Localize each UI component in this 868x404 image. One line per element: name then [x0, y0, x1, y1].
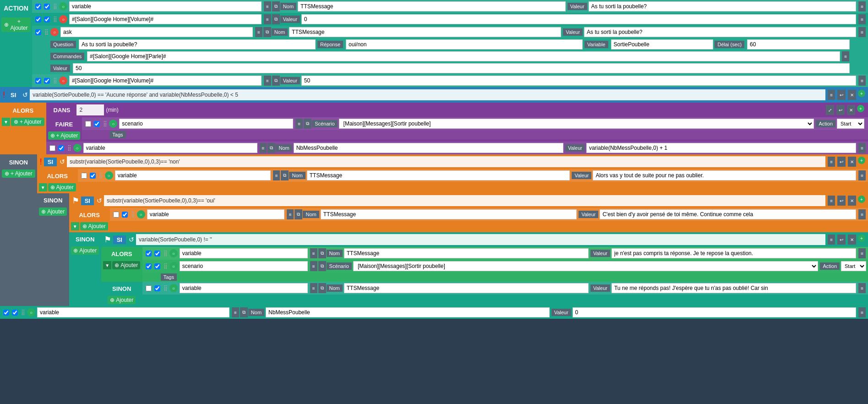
valeur-value-4[interactable] — [301, 76, 856, 86]
row1-text[interactable] — [69, 1, 262, 11]
row2-text[interactable] — [69, 14, 262, 24]
is3-copy[interactable]: ⧉ — [318, 283, 326, 293]
ia1-check2[interactable] — [90, 173, 96, 179]
isi3-menu[interactable]: ≡ — [828, 235, 835, 245]
ia3s-text[interactable] — [180, 261, 308, 271]
ia1-text[interactable] — [115, 170, 271, 180]
bot-nom-val[interactable] — [266, 307, 550, 317]
av-check2[interactable] — [58, 145, 64, 151]
ask-end-btn[interactable]: ≡ — [858, 27, 866, 37]
faire-check1[interactable] — [85, 121, 91, 127]
bot-copy-btn[interactable]: ⧉ — [240, 307, 248, 317]
commandes-end-btn[interactable]: ≡ — [842, 51, 849, 61]
ask-menu-btn[interactable]: ≡ — [255, 27, 262, 37]
av-menu-btn[interactable]: ≡ — [260, 143, 267, 153]
is3-val-val[interactable] — [611, 283, 856, 293]
is3-text[interactable] — [180, 283, 308, 293]
av-copy-btn[interactable]: ⧉ — [267, 143, 275, 153]
isi1-alors-chevron[interactable]: ▼ — [39, 183, 47, 191]
ia3s-green[interactable]: ○ — [169, 262, 178, 270]
ia3s-action-sel[interactable]: Start — [841, 261, 866, 271]
faire-text[interactable] — [119, 119, 293, 129]
bot-end-btn[interactable]: ≡ — [858, 307, 866, 317]
ia3-menu[interactable]: ≡ — [310, 248, 317, 258]
alors-add-btn[interactable]: ⊕ + Ajouter — [11, 118, 44, 126]
ia3s-scenario-sel[interactable]: [Maison][Messages][Sortir poubelle] — [353, 261, 818, 271]
scenario-select[interactable]: [Maison][Messages][Sortir poubelle] — [339, 119, 814, 129]
dans-plus-btn[interactable]: + — [857, 105, 864, 112]
isi3-plus[interactable]: + — [858, 235, 865, 242]
si-plus-btn[interactable]: + — [858, 90, 865, 97]
row4-check2[interactable] — [44, 78, 50, 84]
ask-text[interactable] — [60, 27, 253, 37]
row1-check[interactable] — [35, 4, 41, 10]
nom-value-1[interactable] — [298, 1, 566, 11]
bot-green-btn[interactable]: ○ — [27, 308, 35, 317]
row4-red-btn[interactable]: ○ — [59, 76, 67, 85]
si-condition-input[interactable] — [30, 89, 825, 100]
ia2-end[interactable]: ≡ — [858, 209, 866, 219]
bot-menu-btn[interactable]: ≡ — [232, 307, 239, 317]
dans-undo-btn[interactable]: ↩ — [836, 105, 845, 115]
sinon-add-btn[interactable]: ⊕ + Ajouter — [2, 169, 35, 178]
row1-check2[interactable] — [44, 4, 50, 10]
bot-text[interactable] — [37, 307, 229, 317]
ia3s-copy[interactable]: ⧉ — [318, 261, 326, 271]
isi3-condition[interactable] — [136, 234, 825, 245]
ia2-check1[interactable] — [113, 212, 119, 218]
av-end-btn[interactable]: ≡ — [858, 143, 866, 153]
ia1-menu[interactable]: ≡ — [273, 170, 280, 180]
inner-si1-condition[interactable] — [67, 156, 825, 167]
dans-delete-btn[interactable]: ✕ — [847, 105, 855, 115]
action-add-btn[interactable]: ⊕ + Ajouter — [1, 17, 30, 32]
row4-text[interactable] — [69, 76, 262, 86]
ia3s-check2[interactable] — [154, 263, 160, 269]
isi2-refresh[interactable]: ↺ — [97, 197, 102, 204]
valeur-value-2[interactable] — [301, 14, 856, 24]
faire-add-btn[interactable]: ⊕ + Ajouter — [48, 131, 81, 140]
ia3-text[interactable] — [180, 248, 308, 258]
row2-copy-btn[interactable]: ⧉ — [272, 14, 280, 24]
alors-chevron-btn[interactable]: ▼ — [2, 118, 10, 126]
isi2-undo[interactable]: ↩ — [837, 196, 846, 206]
isi1-del[interactable]: ✕ — [848, 157, 856, 167]
row4-check[interactable] — [35, 78, 41, 84]
isi3-sinon-add-btn[interactable]: ⊕ Ajouter — [108, 296, 136, 304]
isi2-plus[interactable]: + — [858, 196, 865, 203]
ia2-copy[interactable]: ⧉ — [295, 209, 302, 219]
si-undo-btn[interactable]: ↩ — [837, 90, 846, 100]
ia1-nom-val[interactable] — [307, 170, 570, 180]
isi2-alors-add-btn[interactable]: ⊕ Ajouter — [80, 222, 108, 230]
av-text[interactable] — [83, 143, 257, 153]
si-delete-btn[interactable]: ✕ — [848, 90, 856, 100]
ia2-nom-val[interactable] — [321, 209, 577, 219]
is3-green[interactable]: ○ — [169, 284, 178, 292]
ia3-check2[interactable] — [154, 251, 160, 257]
ia3-val-val[interactable] — [611, 248, 856, 258]
reponse-value[interactable] — [346, 39, 583, 49]
commandes-value[interactable] — [87, 51, 840, 61]
row2-check[interactable] — [35, 16, 41, 22]
isi1-alors-add[interactable]: ⊕ Ajouter — [48, 183, 76, 191]
faire-check2[interactable] — [94, 121, 100, 127]
is3-check2[interactable] — [154, 285, 160, 291]
faire-green-btn[interactable]: ○ — [109, 120, 117, 128]
isi1-undo[interactable]: ↩ — [837, 157, 846, 167]
row2-menu-btn[interactable]: ≡ — [264, 14, 271, 24]
row2-end-btn[interactable]: ≡ — [858, 14, 866, 24]
ia3-nom-val[interactable] — [344, 248, 589, 258]
row1-end-btn[interactable]: ≡ — [858, 1, 866, 11]
valeur-ask-value2[interactable] — [73, 63, 850, 73]
faire-menu-btn[interactable]: ≡ — [295, 119, 303, 129]
ask-check[interactable] — [35, 29, 41, 35]
isi3-del[interactable]: ✕ — [848, 235, 856, 245]
isi3-alors-add-btn[interactable]: ⊕ Ajouter — [112, 261, 140, 269]
is3-check1[interactable] — [146, 285, 152, 291]
isi1-menu[interactable]: ≡ — [828, 157, 835, 167]
si-menu-btn[interactable]: ≡ — [828, 90, 835, 100]
av-check1[interactable] — [49, 145, 55, 151]
inner-si1-refresh[interactable]: ↺ — [60, 158, 65, 165]
question-value[interactable] — [79, 39, 316, 49]
si-refresh-btn[interactable]: ↺ — [22, 91, 28, 98]
bot-check1[interactable] — [3, 310, 9, 316]
